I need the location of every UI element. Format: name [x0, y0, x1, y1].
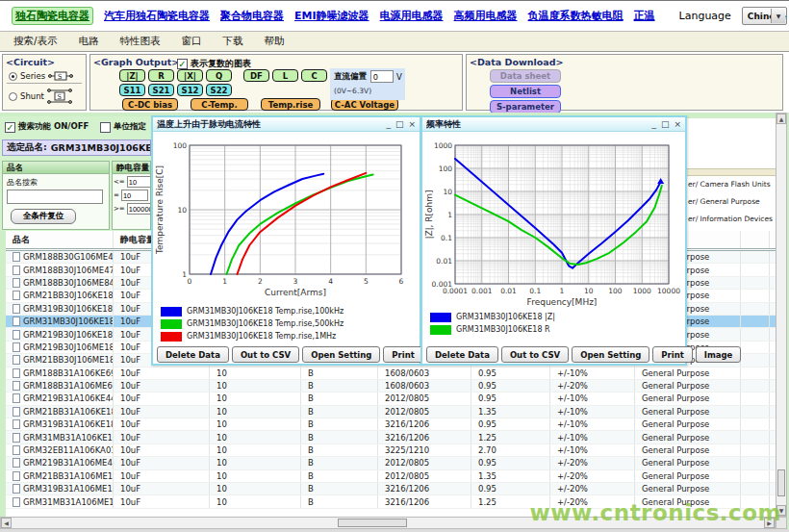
- graph-button-S12[interactable]: S12: [177, 84, 203, 96]
- filter-option[interactable]: er/ General Purpose: [688, 197, 760, 206]
- table-row[interactable]: GRM31MB31A106KE1810uF10B3216/12061.25+/-…: [6, 431, 776, 443]
- table-cell: 0.95: [471, 393, 550, 404]
- chevron-down-icon[interactable]: ▼: [771, 9, 785, 23]
- language-select[interactable]: Chinese ▼: [742, 7, 787, 25]
- graph-button-|X|[interactable]: |X|: [177, 69, 203, 82]
- graph-button-L[interactable]: L: [272, 69, 298, 82]
- table-row[interactable]: GRM188B31A106ME6910uF10B1608/06030.95+/-…: [6, 380, 776, 393]
- table-cell: 10: [210, 406, 301, 418]
- table-row[interactable]: GRM319B31A106KE1810uF10B3216/12060.95+/-…: [6, 418, 776, 431]
- watermark: www.cntronics.com: [530, 500, 781, 525]
- table-row[interactable]: GRM219B31A106KE4410uF10B2012/08050.95+/-…: [6, 393, 776, 405]
- legend-color-swatch: [430, 313, 451, 322]
- capacitance-value-input[interactable]: [127, 176, 151, 188]
- table-cell: +/-10%: [550, 367, 635, 379]
- unit-specify-option[interactable]: 单位指定: [100, 121, 146, 133]
- table-row[interactable]: GRM319B31A106ME1810uF10B3216/12060.95+/-…: [6, 483, 776, 495]
- minimize-icon[interactable]: _: [651, 120, 656, 129]
- close-icon[interactable]: ×: [408, 120, 416, 129]
- menu-item-电路[interactable]: 电路: [79, 35, 99, 48]
- menu-item-窗口[interactable]: 窗口: [182, 35, 202, 48]
- series-radio[interactable]: [9, 72, 17, 81]
- graph-button-C-Temp.[interactable]: C-Temp.: [191, 98, 248, 111]
- svg-text:0.0001: 0.0001: [443, 287, 468, 295]
- graph-button-R[interactable]: R: [148, 69, 174, 82]
- maximize-icon[interactable]: □: [661, 120, 670, 129]
- table-cell: 1.25: [471, 431, 550, 443]
- dc-bias-input[interactable]: [370, 70, 394, 83]
- menu-item-下载[interactable]: 下载: [223, 35, 243, 48]
- menu-item-帮助[interactable]: 帮助: [265, 35, 285, 48]
- part-name-search-input[interactable]: [7, 190, 103, 204]
- minimize-icon[interactable]: _: [386, 120, 391, 129]
- window-button-delete-data[interactable]: Delete Data: [157, 346, 229, 363]
- window-titlebar[interactable]: 频率特性_□×: [422, 117, 685, 132]
- reset-all-conditions-button[interactable]: 全条件复位: [11, 209, 76, 224]
- vertical-scroll-thumb[interactable]: [777, 469, 785, 496]
- menu-item-搜索/表示[interactable]: 搜索/表示: [13, 35, 58, 48]
- capacitance-value-input[interactable]: [121, 190, 148, 201]
- filter-option[interactable]: er/ Camera Flash Units: [688, 180, 771, 189]
- capacitance-value-input[interactable]: [127, 203, 151, 215]
- menu-item-特性图表[interactable]: 特性图表: [120, 35, 161, 48]
- table-cell: [741, 431, 770, 443]
- window-button-out-to-csv[interactable]: Out to CSV: [232, 346, 299, 363]
- window-button-out-to-csv[interactable]: Out to CSV: [501, 346, 569, 363]
- table-row[interactable]: GRM188B31A106KE6910uF10B1608/06030.95+/-…: [6, 367, 776, 380]
- window-button-delete-data[interactable]: Delete Data: [426, 346, 498, 363]
- table-cell: 10: [210, 483, 301, 494]
- window-button-print[interactable]: Print: [383, 346, 422, 363]
- maximize-icon[interactable]: □: [395, 120, 404, 129]
- graph-button-Q[interactable]: Q: [206, 69, 232, 82]
- window-button-print[interactable]: Print: [652, 346, 692, 363]
- graph-button-C[interactable]: C: [301, 69, 327, 82]
- filter-option[interactable]: er/ Information Devices: [688, 215, 773, 223]
- table-cell: General Purpose: [635, 393, 741, 404]
- scroll-up-icon[interactable]: ▲: [776, 114, 786, 124]
- table-row[interactable]: GRM21BB31A106KE1810uF10B2012/08051.35+/-…: [6, 406, 776, 418]
- window-button-image[interactable]: Image: [696, 346, 742, 363]
- graph-button-S11[interactable]: S11: [119, 84, 145, 96]
- part-name-text: GRM21BB30J106KE18: [23, 291, 114, 300]
- table-row[interactable]: GRM32EB11A106KA0110uF10B3225/12102.70+/-…: [6, 444, 776, 457]
- graph-button-C-DC bias[interactable]: C-DC bias: [122, 98, 178, 111]
- window-button-open-setting[interactable]: Open Setting: [302, 346, 380, 363]
- circuit-option-series[interactable]: Series S: [9, 70, 73, 82]
- table-cell: B: [301, 393, 378, 404]
- checkbox-checked-icon[interactable]: ✓: [5, 122, 15, 133]
- checkbox-unchecked-icon[interactable]: [100, 122, 111, 133]
- vertical-scrollbar[interactable]: ▲ ▼: [776, 113, 787, 517]
- horizontal-scroll-thumb[interactable]: [338, 519, 407, 527]
- download-button-S-parameter[interactable]: S-parameter: [490, 100, 561, 114]
- scroll-left-icon[interactable]: ◀: [1, 518, 12, 528]
- circuit-option-shunt[interactable]: Shunt S: [9, 88, 72, 105]
- window-titlebar[interactable]: 温度上升由于脉动电流特性_□×: [153, 117, 420, 132]
- table-cell: 10uF: [114, 380, 210, 392]
- nav-link-聚合物电容器[interactable]: 聚合物电容器: [220, 9, 284, 23]
- legend-color-swatch: [161, 332, 182, 342]
- download-button-Netlist[interactable]: Netlist: [490, 85, 561, 98]
- svg-text:1: 1: [447, 211, 452, 219]
- table-row[interactable]: GRM219B31A106ME4410uF10B2012/08050.95+/-…: [6, 457, 776, 469]
- search-toggle-option[interactable]: ✓ 搜索功能 ON/OFF: [5, 121, 89, 133]
- checkbox-checked-icon[interactable]: ✓: [177, 59, 188, 69]
- nav-link-EMI静噪滤波器[interactable]: EMI静噪滤波器: [294, 9, 369, 23]
- window-buttons: Delete DataOut to CSVOpen SettingPrintIm…: [424, 346, 683, 363]
- nav-link-正温[interactable]: 正温: [634, 9, 655, 23]
- document-icon: [13, 368, 20, 378]
- nav-link-高频用电感器[interactable]: 高频用电感器: [454, 9, 518, 23]
- document-icon: [13, 252, 20, 262]
- nav-link-独石陶瓷电容器[interactable]: 独石陶瓷电容器: [12, 7, 93, 25]
- nav-link-负温度系数热敏电阻[interactable]: 负温度系数热敏电阻: [528, 9, 624, 23]
- graph-button-Temp.rise[interactable]: Temp.rise: [261, 98, 320, 111]
- graph-button-S22[interactable]: S22: [206, 84, 232, 96]
- window-button-open-setting[interactable]: Open Setting: [572, 346, 649, 363]
- close-icon[interactable]: ×: [674, 120, 681, 129]
- graph-button-S21[interactable]: S21: [148, 84, 174, 96]
- shunt-radio[interactable]: [9, 92, 17, 101]
- nav-link-电源用电感器[interactable]: 电源用电感器: [380, 9, 444, 23]
- graph-button-|Z|[interactable]: |Z|: [119, 69, 145, 82]
- graph-button-DF[interactable]: DF: [243, 69, 269, 82]
- table-row[interactable]: GRM21BB31A106ME1810uF10B2012/08051.35+/-…: [6, 470, 776, 483]
- nav-link-汽车用独石陶瓷电容器[interactable]: 汽车用独石陶瓷电容器: [104, 9, 210, 23]
